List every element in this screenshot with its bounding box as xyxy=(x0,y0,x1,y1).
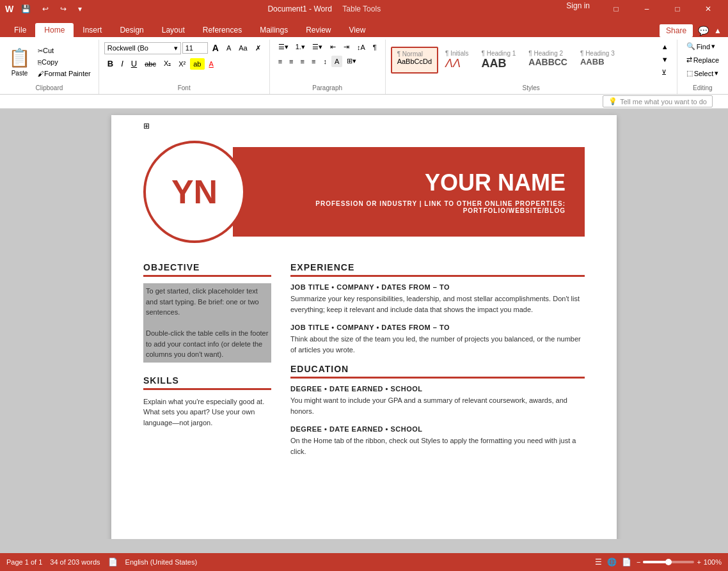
quick-access-redo[interactable]: ↪ xyxy=(56,3,70,15)
objective-line xyxy=(143,275,271,277)
sign-in-button[interactable]: Sign in xyxy=(562,0,594,18)
underline-button[interactable]: U xyxy=(128,57,140,70)
paste-button[interactable]: 📋 Paste xyxy=(5,45,34,79)
select-label: Select xyxy=(694,70,714,77)
view-normal-icon[interactable]: ☰ xyxy=(595,558,602,567)
style-heading2[interactable]: ¶ Heading 2 AABBCC xyxy=(523,47,573,74)
format-painter-button[interactable]: 🖌 Format Painter xyxy=(35,68,93,79)
find-dropdown[interactable]: ▾ xyxy=(711,42,715,51)
edu-desc-1[interactable]: You might want to include your GPA and a… xyxy=(290,395,585,416)
align-center-button[interactable]: ≡ xyxy=(286,56,296,67)
font-size-dropdown[interactable]: 11 xyxy=(182,42,208,54)
resume-header: YN YOUR NAME PROFESSION OR INDUSTRY | LI… xyxy=(143,141,585,243)
editing-section: 🔍 Find ▾ ⇄ Replace ⬚ Select ▾ Editing xyxy=(677,40,728,94)
font-name-dropdown[interactable]: Rockwell (Bo ▾ xyxy=(104,42,181,54)
header-name[interactable]: YOUR NAME xyxy=(252,169,566,196)
clear-format-button[interactable]: ✗ xyxy=(252,42,264,54)
sort-button[interactable]: ↕A xyxy=(354,42,368,53)
collapse-ribbon-icon[interactable]: ▲ xyxy=(714,26,722,35)
restore-button[interactable]: □ xyxy=(601,0,631,18)
replace-button[interactable]: ⇄ Replace xyxy=(683,54,723,65)
quick-access-save[interactable]: 💾 xyxy=(17,3,35,15)
cut-button[interactable]: ✂ Cut xyxy=(35,45,93,56)
job-desc-2[interactable]: Think about the size of the team you led… xyxy=(290,334,585,355)
maximize-button[interactable]: □ xyxy=(663,0,692,18)
replace-icon: ⇄ xyxy=(686,56,692,64)
line-spacing-button[interactable]: ↕ xyxy=(320,56,330,67)
text-highlight-button[interactable]: ab xyxy=(190,58,204,70)
job-desc-1[interactable]: Summarize your key responsibilities, lea… xyxy=(290,293,585,315)
tab-insert[interactable]: Insert xyxy=(74,23,111,37)
increase-indent-button[interactable]: ⇥ xyxy=(340,41,352,53)
zoom-in-button[interactable]: + xyxy=(697,558,700,566)
strikethrough-button[interactable]: abc xyxy=(141,58,159,70)
style-heading3[interactable]: ¶ Heading 3 AABB xyxy=(574,47,621,74)
tab-references[interactable]: References xyxy=(194,23,251,37)
style-heading1[interactable]: ¶ Heading 1 AAB xyxy=(476,47,522,74)
tab-file[interactable]: File xyxy=(5,23,35,37)
multilevel-button[interactable]: ☰▾ xyxy=(309,41,326,53)
subscript-button[interactable]: X₂ xyxy=(161,58,174,70)
select-dropdown[interactable]: ▾ xyxy=(715,69,718,77)
tell-me-input[interactable]: 💡 Tell me what you want to do xyxy=(603,95,713,107)
find-label: Find xyxy=(697,43,710,51)
tab-design[interactable]: Design xyxy=(111,23,152,37)
share-button[interactable]: Share xyxy=(660,24,693,37)
view-web-icon[interactable]: 🌐 xyxy=(607,558,617,567)
job-title-1: JOB TITLE • COMPANY • DATES FROM – TO xyxy=(290,283,585,291)
lightbulb-icon: 💡 xyxy=(608,97,617,106)
bold-button[interactable]: B xyxy=(104,57,116,70)
shrink-font-button[interactable]: A xyxy=(223,42,234,54)
borders-button[interactable]: ⊞▾ xyxy=(344,55,360,67)
edu-desc-2[interactable]: On the Home tab of the ribbon, check out… xyxy=(290,435,585,457)
proofing-icon[interactable]: 📄 xyxy=(108,558,118,567)
style-initials[interactable]: ¶ Initials ΛΛ xyxy=(439,47,475,74)
para-row1: ☰▾ 1.▾ ☰▾ ⇤ ⇥ ↕A ¶ xyxy=(275,41,380,53)
paste-icon: 📋 xyxy=(8,47,31,68)
show-marks-button[interactable]: ¶ xyxy=(370,42,380,53)
tab-home[interactable]: Home xyxy=(35,23,74,37)
quick-access-undo[interactable]: ↩ xyxy=(38,3,52,15)
styles-scroll-up[interactable]: ▲ xyxy=(658,41,672,52)
title-bar: W 💾 ↩ ↪ ▾ Document1 - Word Table Tools S… xyxy=(0,0,728,18)
decrease-indent-button[interactable]: ⇤ xyxy=(327,41,339,53)
initials-circle: YN xyxy=(143,141,246,243)
shading-button[interactable]: A xyxy=(331,56,342,67)
zoom-out-button[interactable]: − xyxy=(637,558,640,566)
tab-mailings[interactable]: Mailings xyxy=(251,23,297,37)
close-button[interactable]: ✕ xyxy=(693,0,723,18)
align-right-button[interactable]: ≡ xyxy=(297,56,308,67)
skills-section: SKILLS Explain what you're especially go… xyxy=(143,375,271,428)
italic-button[interactable]: I xyxy=(118,57,127,70)
justify-button[interactable]: ≡ xyxy=(308,56,319,67)
find-button[interactable]: 🔍 Find ▾ xyxy=(683,41,723,52)
comments-icon[interactable]: 💬 xyxy=(698,26,709,36)
select-button[interactable]: ⬚ Select ▾ xyxy=(683,68,723,79)
bullets-button[interactable]: ☰▾ xyxy=(275,41,292,53)
styles-more[interactable]: ⊻ xyxy=(658,66,672,79)
font-dropdown-arrow: ▾ xyxy=(174,44,178,52)
style-normal[interactable]: ¶ Normal AaBbCcDd xyxy=(391,47,438,74)
font-color-button[interactable]: A xyxy=(206,58,217,70)
quick-access-dropdown[interactable]: ▾ xyxy=(74,3,86,15)
styles-scroll-down[interactable]: ▼ xyxy=(658,54,672,65)
resume-body: OBJECTIVE To get started, click placehol… xyxy=(143,262,585,465)
superscript-button[interactable]: X² xyxy=(175,58,189,70)
tab-layout[interactable]: Layout xyxy=(153,23,194,37)
objective-body[interactable]: To get started, click placeholder text a… xyxy=(143,283,271,363)
change-case-button[interactable]: Aa xyxy=(235,42,250,54)
grow-font-button[interactable]: A xyxy=(209,41,222,55)
font-section: Rockwell (Bo ▾ 11 A A Aa ✗ B I U abc X₂ … xyxy=(99,40,270,94)
minimize-button[interactable]: – xyxy=(632,0,661,18)
copy-button[interactable]: ⎘ Copy xyxy=(35,57,93,67)
header-subtitle[interactable]: PROFESSION OR INDUSTRY | LINK TO OTHER O… xyxy=(252,200,566,214)
language[interactable]: English (United States) xyxy=(125,558,198,566)
align-left-button[interactable]: ≡ xyxy=(275,56,285,67)
tab-view[interactable]: View xyxy=(340,23,375,37)
tab-review[interactable]: Review xyxy=(297,23,340,37)
skills-body[interactable]: Explain what you're especially good at. … xyxy=(143,396,271,428)
zoom-slider[interactable] xyxy=(643,561,694,563)
numbering-button[interactable]: 1.▾ xyxy=(292,41,308,53)
view-outline-icon[interactable]: 📄 xyxy=(622,558,631,567)
table-move-handle[interactable]: ⊞ xyxy=(143,121,150,130)
